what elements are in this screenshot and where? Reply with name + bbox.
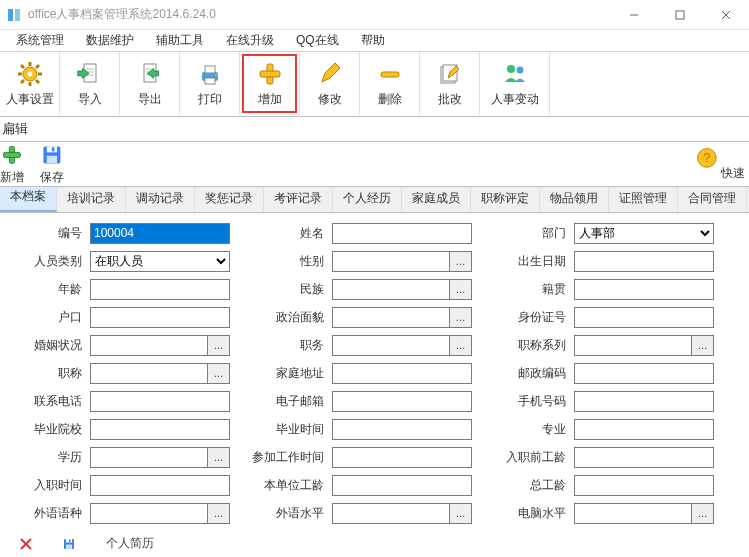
input-email[interactable]	[332, 391, 472, 412]
tab-transfer[interactable]: 调动记录	[126, 187, 195, 212]
input-birth[interactable]	[574, 251, 714, 272]
toolbar-personnel-move[interactable]: 人事变动	[480, 52, 550, 115]
input-school[interactable]	[90, 419, 230, 440]
input-hukou[interactable]	[90, 307, 230, 328]
menu-qq[interactable]: QQ在线	[286, 30, 349, 51]
input-lang[interactable]	[90, 503, 208, 524]
bottom-strip: 个人简历	[0, 527, 749, 552]
label-nation: 民族	[234, 281, 328, 298]
input-title[interactable]	[90, 363, 208, 384]
tab-cert[interactable]: 证照管理	[609, 187, 678, 212]
sub-help-button[interactable]	[693, 142, 721, 186]
input-gradtime[interactable]	[332, 419, 472, 440]
input-complv[interactable]	[574, 503, 692, 524]
label-zip: 邮政编码	[476, 365, 570, 382]
toolbar-delete[interactable]: 删除	[360, 52, 420, 115]
input-native[interactable]	[574, 279, 714, 300]
sub-add-button[interactable]: 新增	[0, 142, 32, 186]
input-unitwork[interactable]	[332, 475, 472, 496]
label-addr: 家庭地址	[234, 365, 328, 382]
input-major[interactable]	[574, 419, 714, 440]
tab-contract[interactable]: 合同管理	[678, 187, 747, 212]
minimize-button[interactable]	[611, 0, 657, 30]
picker-lang[interactable]: …	[208, 503, 230, 524]
picker-edu[interactable]: …	[208, 447, 230, 468]
tab-family[interactable]: 家庭成员	[402, 187, 471, 212]
tab-review[interactable]: 考评记录	[264, 187, 333, 212]
menu-help[interactable]: 帮助	[351, 30, 395, 51]
input-addr[interactable]	[332, 363, 472, 384]
select-dept[interactable]: 人事部	[574, 223, 714, 244]
tab-training[interactable]: 培训记录	[57, 187, 126, 212]
picker-title[interactable]: …	[208, 363, 230, 384]
sub-label: 新增	[0, 169, 24, 186]
picker-complv[interactable]: …	[692, 503, 714, 524]
picker-langlv[interactable]: …	[450, 503, 472, 524]
label-titleSeries: 职称系列	[476, 337, 570, 354]
input-id[interactable]	[90, 223, 230, 244]
label-email: 电子邮箱	[234, 393, 328, 410]
tab-profile[interactable]: 本档案	[0, 187, 57, 212]
import-icon	[76, 60, 104, 88]
tab-reward[interactable]: 奖惩记录	[195, 187, 264, 212]
input-mobile[interactable]	[574, 391, 714, 412]
tbtn-label: 修改	[318, 91, 342, 108]
label-marital: 婚姻状况	[4, 337, 86, 354]
picker-titleSeries[interactable]: …	[692, 335, 714, 356]
label-prework: 入职前工龄	[476, 449, 570, 466]
toolbar-import[interactable]: 导入	[60, 52, 120, 115]
save-small-icon[interactable]	[62, 537, 76, 551]
sub-save-button[interactable]: 保存	[32, 142, 72, 186]
label-birth: 出生日期	[476, 253, 570, 270]
menu-data[interactable]: 数据维护	[76, 30, 144, 51]
picker-polit[interactable]: …	[450, 307, 472, 328]
picker-duty[interactable]: …	[450, 335, 472, 356]
input-joinwork[interactable]	[332, 447, 472, 468]
input-tel[interactable]	[90, 391, 230, 412]
input-edu[interactable]	[90, 447, 208, 468]
label-age: 年龄	[4, 281, 86, 298]
export-icon	[136, 60, 164, 88]
picker-nation[interactable]: …	[450, 279, 472, 300]
input-nation[interactable]	[332, 279, 450, 300]
input-polit[interactable]	[332, 307, 450, 328]
toolbar-edit[interactable]: 修改	[300, 52, 360, 115]
tab-history[interactable]: 个人经历	[333, 187, 402, 212]
input-zip[interactable]	[574, 363, 714, 384]
input-name[interactable]	[332, 223, 472, 244]
question-icon	[695, 146, 719, 170]
input-langlv[interactable]	[332, 503, 450, 524]
input-age[interactable]	[90, 279, 230, 300]
input-prework[interactable]	[574, 447, 714, 468]
input-marital[interactable]	[90, 335, 208, 356]
label-langlv: 外语水平	[234, 505, 328, 522]
close-button[interactable]	[703, 0, 749, 30]
toolbar-export[interactable]: 导出	[120, 52, 180, 115]
maximize-button[interactable]	[657, 0, 703, 30]
tab-title[interactable]: 职称评定	[471, 187, 540, 212]
menu-tools[interactable]: 辅助工具	[146, 30, 214, 51]
input-idno[interactable]	[574, 307, 714, 328]
label-gradtime: 毕业时间	[234, 421, 328, 438]
menu-upgrade[interactable]: 在线升级	[216, 30, 284, 51]
app-icon	[6, 7, 22, 23]
label-id: 编号	[4, 225, 86, 242]
input-totalwork[interactable]	[574, 475, 714, 496]
toolbar-batch-edit[interactable]: 批改	[420, 52, 480, 115]
picker-marital[interactable]: …	[208, 335, 230, 356]
select-ptype[interactable]: 在职人员	[90, 251, 230, 272]
toolbar-add[interactable]: 增加	[240, 52, 300, 115]
tbtn-label: 人事设置	[6, 91, 54, 108]
picker-sex[interactable]: …	[450, 251, 472, 272]
tbtn-label: 人事变动	[491, 91, 539, 108]
menu-system[interactable]: 系统管理	[6, 30, 74, 51]
input-hire[interactable]	[90, 475, 230, 496]
delete-small-icon[interactable]	[20, 538, 32, 550]
input-titleSeries[interactable]	[574, 335, 692, 356]
tab-items[interactable]: 物品领用	[540, 187, 609, 212]
input-duty[interactable]	[332, 335, 450, 356]
toolbar-personnel-settings[interactable]: 人事设置	[0, 52, 60, 115]
plus-icon	[256, 60, 284, 88]
input-sex[interactable]	[332, 251, 450, 272]
toolbar-print[interactable]: 打印	[180, 52, 240, 115]
